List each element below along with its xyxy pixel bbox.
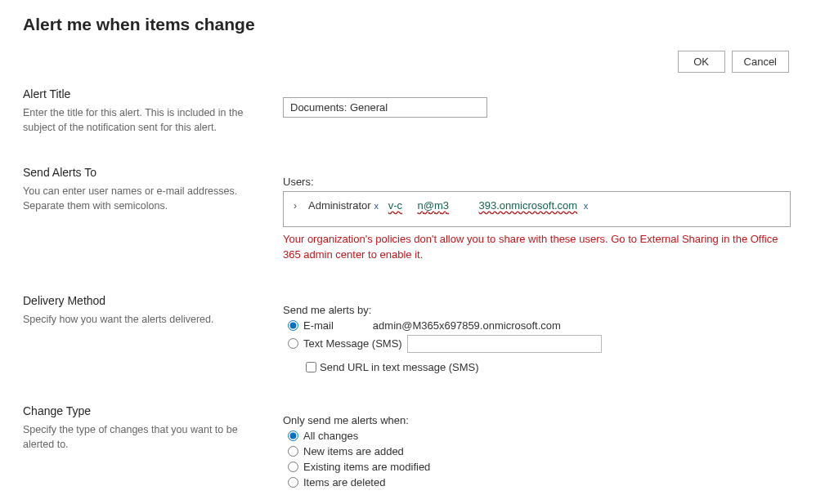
change-type-desc: Specify the type of changes that you wan… (23, 422, 267, 452)
user-token: n@m3 (418, 199, 450, 212)
delivery-method-heading: Delivery Method (23, 294, 267, 307)
change-type-option-label[interactable]: Items are deleted (303, 476, 385, 488)
send-url-checkbox[interactable] (306, 362, 316, 372)
remove-token-icon[interactable]: x (374, 201, 379, 211)
change-type-option-label[interactable]: New items are added (303, 445, 404, 457)
delivery-method-section: Delivery Method Specify how you want the… (23, 294, 791, 373)
user-token: v-c (388, 199, 402, 212)
alert-title-input[interactable] (283, 97, 487, 118)
email-radio[interactable] (288, 320, 298, 331)
change-type-all-radio[interactable] (288, 430, 298, 441)
send-url-label[interactable]: Send URL in text message (SMS) (320, 361, 479, 373)
profile-icon: › (294, 198, 297, 213)
alert-title-heading: Alert Title (23, 87, 267, 100)
sms-input[interactable] (407, 335, 602, 353)
change-type-new-radio[interactable] (288, 446, 298, 457)
email-address: admin@M365x697859.onmicrosoft.com (373, 319, 561, 332)
change-type-heading: Change Type (23, 404, 267, 417)
change-type-option-label[interactable]: Existing items are modified (303, 461, 430, 473)
sms-radio[interactable] (288, 338, 298, 349)
send-alerts-to-section: Send Alerts To You can enter user names … (23, 166, 791, 263)
users-input[interactable]: › Administratorx v-c n@m3 393.onmicrosof… (283, 191, 791, 227)
send-alerts-to-heading: Send Alerts To (23, 166, 267, 179)
users-label: Users: (283, 176, 791, 188)
sms-radio-label[interactable]: Text Message (SMS) (303, 337, 402, 350)
page-title: Alert me when items change (23, 15, 791, 34)
remove-token-icon[interactable]: x (584, 201, 589, 211)
only-send-label: Only send me alerts when: (283, 414, 791, 426)
change-type-modified-radio[interactable] (288, 462, 298, 472)
email-radio-label[interactable]: E-mail (303, 319, 334, 332)
change-type-section: Change Type Specify the type of changes … (23, 404, 791, 492)
alert-title-section: Alert Title Enter the title for this ale… (23, 87, 791, 135)
cancel-button[interactable]: Cancel (732, 51, 789, 73)
send-alerts-to-desc: You can enter user names or e-mail addre… (23, 184, 267, 213)
change-type-option-label[interactable]: All changes (303, 430, 358, 442)
user-token: 393.onmicrosoft.com (479, 199, 578, 212)
users-error-message: Your organization's policies don't allow… (283, 232, 791, 263)
action-bar: OK Cancel (23, 51, 791, 73)
user-token: Administrator (308, 199, 371, 212)
send-me-alerts-by-label: Send me alerts by: (283, 304, 791, 316)
alert-title-desc: Enter the title for this alert. This is … (23, 105, 267, 135)
change-type-deleted-radio[interactable] (288, 477, 298, 488)
ok-button[interactable]: OK (678, 51, 725, 73)
delivery-method-desc: Specify how you want the alerts delivere… (23, 312, 267, 327)
